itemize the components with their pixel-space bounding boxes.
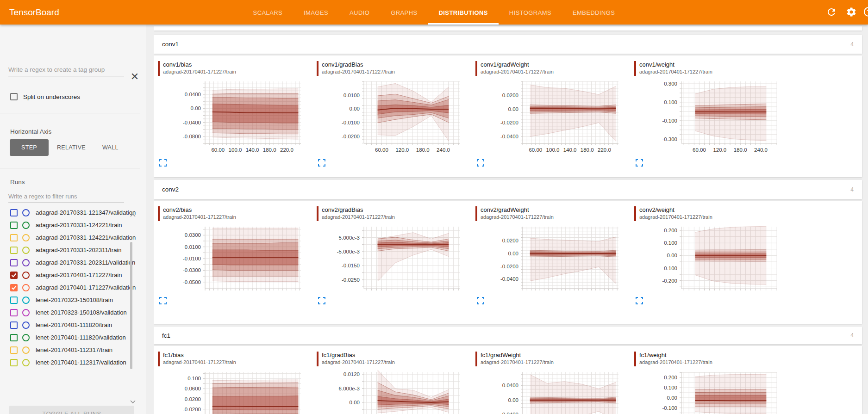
- help-icon[interactable]: ?: [864, 6, 868, 18]
- run-list-item[interactable]: adagrad-20170401-171227/train: [10, 271, 140, 279]
- run-checkbox[interactable]: [10, 309, 18, 316]
- run-checkbox[interactable]: [10, 234, 18, 241]
- axis-option-wall[interactable]: WALL: [94, 139, 127, 156]
- run-radio[interactable]: [22, 222, 30, 229]
- svg-text:-0.0800: -0.0800: [183, 134, 201, 139]
- run-checkbox[interactable]: [10, 346, 18, 354]
- run-checkbox[interactable]: [10, 284, 18, 291]
- toggle-all-runs-button[interactable]: TOGGLE ALL RUNS: [9, 406, 134, 414]
- run-list-item[interactable]: lenet-20170323-150108/validation: [10, 309, 140, 316]
- run-list-scrollbar[interactable]: [130, 242, 132, 369]
- run-radio[interactable]: [22, 259, 30, 266]
- section-header-conv2[interactable]: conv24: [154, 180, 862, 199]
- refresh-icon[interactable]: [826, 6, 837, 18]
- section-charts-row: conv2/biasadagrad-20170401-171227/train0…: [154, 201, 862, 324]
- run-list-item[interactable]: adagrad-20170331-124221/train: [10, 221, 140, 229]
- run-list-item[interactable]: lenet-20170401-111820/validation: [10, 334, 140, 341]
- run-checkbox[interactable]: [10, 334, 18, 341]
- distribution-plot[interactable]: 5.000e-3-5.000e-3-0.0150-0.0250: [317, 222, 469, 291]
- expand-icon[interactable]: [159, 297, 167, 305]
- run-radio[interactable]: [22, 284, 30, 291]
- expand-icon[interactable]: [159, 159, 167, 167]
- tab-histograms[interactable]: HISTOGRAMS: [499, 0, 562, 25]
- section-header-conv1[interactable]: conv14: [154, 35, 862, 54]
- split-underscores-row[interactable]: Split on underscores: [10, 93, 80, 100]
- distribution-plot[interactable]: 0.03000.0100-0.0100-0.0300-0.0500: [158, 222, 311, 291]
- run-list-item[interactable]: lenet-20170401-112317/train: [10, 346, 140, 354]
- axis-option-relative[interactable]: RELATIVE: [49, 139, 94, 156]
- run-checkbox[interactable]: [10, 272, 18, 279]
- run-checkbox[interactable]: [10, 321, 18, 329]
- run-radio[interactable]: [22, 309, 30, 316]
- run-checkbox[interactable]: [10, 359, 18, 366]
- expand-icon[interactable]: [635, 159, 643, 167]
- section-header-fc1[interactable]: fc14: [154, 327, 862, 344]
- distribution-chart-card: conv2/biasadagrad-20170401-171227/train0…: [158, 206, 311, 310]
- run-radio[interactable]: [22, 247, 30, 254]
- run-list-item[interactable]: adagrad-20170331-124221/validation: [10, 234, 140, 241]
- run-radio[interactable]: [22, 209, 30, 216]
- distribution-plot[interactable]: 0.02000.00-0.0200-0.0400: [475, 222, 628, 291]
- run-radio[interactable]: [22, 346, 30, 354]
- tab-scalars[interactable]: SCALARS: [243, 0, 293, 25]
- chart-title: conv2/gradBias: [322, 206, 469, 214]
- expand-icon[interactable]: [476, 297, 485, 305]
- axis-option-step[interactable]: STEP: [10, 139, 49, 156]
- run-checkbox[interactable]: [10, 222, 18, 229]
- run-radio[interactable]: [22, 297, 30, 304]
- section-count-badge: 4: [850, 332, 854, 339]
- svg-text:0.00: 0.00: [667, 395, 677, 401]
- expand-icon[interactable]: [318, 159, 326, 167]
- distribution-plot[interactable]: 0.01206.000e-30.00: [317, 367, 469, 414]
- distribution-plot[interactable]: 0.3000.100-0.100-0.30060.00120.0180.0240…: [634, 77, 787, 154]
- runs-filter-input[interactable]: [8, 191, 124, 203]
- expand-icon[interactable]: [635, 297, 643, 305]
- run-checkbox[interactable]: [10, 297, 18, 304]
- run-checkbox[interactable]: [10, 209, 18, 216]
- chevron-up-icon[interactable]: [130, 210, 136, 214]
- distribution-plot[interactable]: 0.1000.06000.0200-0.0200: [158, 367, 311, 414]
- chevron-down-icon[interactable]: [130, 397, 136, 401]
- close-icon[interactable]: ✕: [130, 72, 140, 82]
- svg-text:0.0100: 0.0100: [185, 244, 201, 250]
- run-radio[interactable]: [22, 321, 30, 329]
- distribution-plot[interactable]: 0.02000.00-0.0200-0.040060.00100.0140.01…: [475, 77, 628, 154]
- expand-icon[interactable]: [318, 297, 326, 305]
- distribution-plot[interactable]: 0.2000.1000.00-0.100: [634, 367, 787, 414]
- gear-icon[interactable]: [846, 6, 857, 18]
- run-checkbox[interactable]: [10, 259, 18, 266]
- run-list-item[interactable]: adagrad-20170331-121347/validation: [10, 209, 140, 216]
- run-radio[interactable]: [22, 234, 30, 241]
- distribution-plot[interactable]: 0.01000.00-0.0100-0.020060.00120.0180.02…: [317, 77, 469, 154]
- tab-distributions[interactable]: DISTRIBUTIONS: [428, 0, 499, 25]
- chart-title-block: conv1/weightadagrad-20170401-171227/trai…: [634, 61, 787, 76]
- run-list-item[interactable]: lenet-20170401-111820/train: [10, 321, 140, 329]
- svg-text:60.00: 60.00: [529, 147, 542, 153]
- svg-text:240.0: 240.0: [754, 147, 768, 153]
- tab-graphs[interactable]: GRAPHS: [380, 0, 428, 25]
- tab-audio[interactable]: AUDIO: [339, 0, 380, 25]
- run-list-item[interactable]: lenet-20170323-150108/train: [10, 296, 140, 304]
- expand-icon[interactable]: [476, 159, 485, 167]
- run-list-item[interactable]: lenet-20170401-112317/validation: [10, 358, 140, 366]
- tab-embeddings[interactable]: EMBEDDINGS: [562, 0, 625, 25]
- run-list-item[interactable]: adagrad-20170331-202311/train: [10, 246, 140, 254]
- chart-run-label: adagrad-20170401-171227/train: [481, 359, 628, 365]
- run-radio[interactable]: [22, 334, 30, 341]
- svg-text:0.0200: 0.0200: [502, 93, 518, 98]
- tag-filter-input[interactable]: [8, 64, 124, 76]
- tab-images[interactable]: IMAGES: [293, 0, 339, 25]
- svg-text:0.100: 0.100: [664, 99, 677, 105]
- run-radio[interactable]: [22, 272, 30, 279]
- split-underscores-checkbox[interactable]: [10, 93, 18, 100]
- distribution-plot[interactable]: 0.04000.00-0.0400: [475, 367, 628, 414]
- run-label: adagrad-20170401-171227/train: [36, 271, 137, 279]
- distribution-plot[interactable]: 0.04000.00-0.0400-0.080060.00100.0140.01…: [158, 77, 311, 154]
- run-radio[interactable]: [22, 359, 30, 366]
- svg-text:-0.300: -0.300: [662, 136, 677, 142]
- run-list-item[interactable]: adagrad-20170331-202311/validation: [10, 259, 140, 266]
- run-list-item[interactable]: adagrad-20170401-171227/validation: [10, 284, 140, 291]
- distribution-plot[interactable]: 0.2000.1000.00-0.100-0.200: [634, 222, 787, 291]
- run-checkbox[interactable]: [10, 247, 18, 254]
- svg-text:120.0: 120.0: [713, 147, 726, 153]
